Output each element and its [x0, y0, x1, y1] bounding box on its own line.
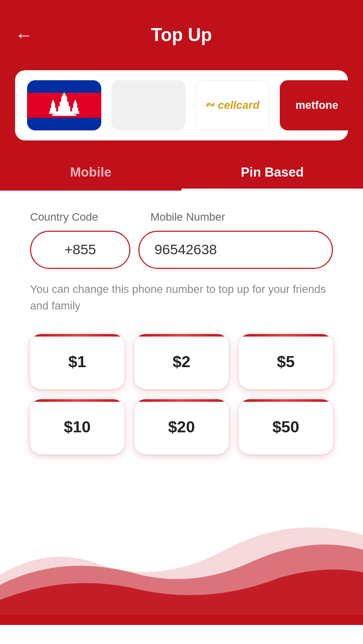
svg-rect-5	[51, 104, 55, 108]
cellcard-logo[interactable]: cellcard	[196, 80, 270, 130]
country-code-input[interactable]: +855	[30, 231, 130, 269]
svg-rect-14	[55, 113, 74, 114]
main-content: Country Code Mobile Number +855 96542638…	[0, 191, 363, 474]
tab-mobile[interactable]: Mobile	[0, 155, 182, 191]
svg-rect-4	[50, 108, 56, 111]
input-row: +855 96542638	[30, 231, 333, 269]
header: ← Top Up	[0, 0, 363, 70]
helper-text: You can change this phone number to top …	[30, 281, 333, 314]
amount-button-10[interactable]: $10	[30, 399, 124, 454]
svg-rect-16	[0, 615, 363, 625]
svg-rect-12	[73, 104, 77, 108]
amount-button-5[interactable]: $5	[239, 334, 333, 389]
svg-rect-2	[27, 118, 101, 130]
tabs-container: Mobile Pin Based	[0, 155, 363, 191]
svg-rect-0	[27, 80, 101, 93]
empty-logo	[111, 80, 186, 130]
amount-grid: $1 $2 $5 $10 $20 $50	[30, 334, 333, 454]
form-labels: Country Code Mobile Number	[30, 211, 333, 224]
svg-rect-7	[58, 106, 70, 111]
mobile-number-label: Mobile Number	[140, 211, 333, 224]
cellcard-label: cellcard	[206, 99, 259, 112]
wave-footer	[0, 485, 363, 625]
country-code-label: Country Code	[30, 211, 140, 224]
amount-button-50[interactable]: $50	[239, 399, 333, 454]
svg-rect-11	[72, 108, 78, 111]
back-button[interactable]: ←	[15, 26, 33, 44]
metfone-label: metfone	[295, 99, 338, 112]
logo-card: cellcard metfone	[15, 70, 348, 140]
logo-strip: cellcard metfone	[0, 70, 363, 155]
svg-rect-9	[61, 98, 67, 102]
metfone-logo[interactable]: metfone	[280, 80, 354, 130]
amount-button-1[interactable]: $1	[30, 334, 124, 389]
amount-button-2[interactable]: $2	[134, 334, 229, 389]
svg-rect-15	[52, 114, 76, 116]
cambodia-flag[interactable]	[27, 80, 101, 130]
page-title: Top Up	[151, 25, 212, 46]
svg-rect-8	[60, 102, 69, 106]
tab-pin-based[interactable]: Pin Based	[182, 155, 363, 191]
mobile-number-input[interactable]: 96542638	[138, 231, 333, 269]
amount-button-20[interactable]: $20	[134, 399, 229, 454]
